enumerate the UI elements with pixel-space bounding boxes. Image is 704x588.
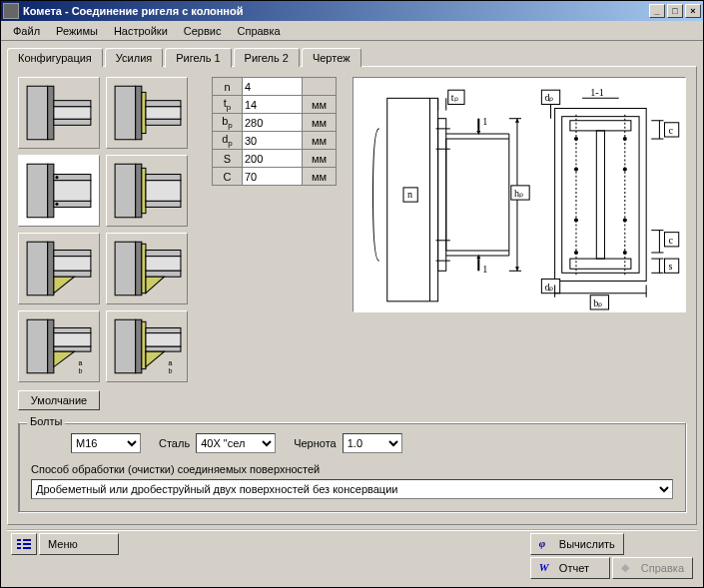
svg-rect-133 [23,547,31,549]
svg-rect-30 [115,242,136,294]
svg-rect-11 [27,164,48,217]
svg-rect-56 [438,119,446,272]
svg-rect-20 [142,168,146,213]
param-label-n: n [213,78,243,96]
svg-rect-21 [146,175,181,181]
tab-forces[interactable]: Усилия [105,48,163,67]
svg-rect-46 [136,319,142,372]
svg-rect-15 [54,181,91,202]
param-input-tp[interactable] [243,96,302,113]
w-icon: W [539,561,553,575]
svg-rect-9 [146,119,181,125]
titlebar: Комета - Соединение ригеля с колонной _ … [1,1,703,21]
tab-beam2[interactable]: Ригель 2 [234,48,300,67]
menu-service[interactable]: Сервис [176,23,230,39]
svg-text:dₚ: dₚ [544,282,553,293]
svg-rect-90 [570,121,631,131]
svg-marker-83 [515,267,519,271]
tab-panel-beam1: ab ab Умолчание n [7,66,697,525]
bolt-size-select[interactable]: M16 [71,433,141,453]
diamond-icon: ◆ [621,561,635,575]
svg-rect-128 [17,539,21,541]
svg-rect-18 [115,164,136,217]
svg-rect-6 [136,86,142,139]
param-input-n[interactable] [243,78,302,95]
svg-rect-19 [136,164,142,217]
svg-rect-22 [146,201,181,207]
bolt-black-select[interactable]: 1.0 [343,433,402,453]
svg-rect-92 [596,131,604,259]
svg-rect-40 [54,346,91,351]
bolts-groupbox: Болты M16 Сталь 40X "сел Чернота 1.0 Спо… [18,422,686,512]
minimize-button[interactable]: _ [649,4,665,18]
app-window: Комета - Соединение ригеля с колонной _ … [0,0,704,588]
svg-text:hₚ: hₚ [514,188,523,199]
toolbar-icon-button[interactable] [11,533,37,555]
svg-rect-3 [54,119,91,125]
connection-type-5[interactable] [18,233,100,304]
param-input-c[interactable] [243,168,302,185]
connection-diagram: n tₚ 1 1 [352,77,686,312]
svg-rect-5 [115,86,136,139]
client-area: Конфигурация Усилия Ригель 1 Ригель 2 Че… [1,41,703,587]
tab-beam1[interactable]: Ригель 1 [165,48,231,68]
connection-type-8[interactable]: ab [106,310,188,382]
param-input-dp[interactable] [243,132,302,149]
tab-drawing[interactable]: Чертеж [302,48,361,67]
param-input-s[interactable] [243,150,302,167]
svg-rect-32 [142,244,146,293]
default-button[interactable]: Умолчание [18,390,100,410]
menu-help[interactable]: Справка [229,23,288,39]
svg-rect-37 [27,319,48,372]
svg-rect-130 [17,547,21,549]
svg-rect-39 [54,327,91,332]
param-input-bp[interactable] [243,114,302,131]
surface-treatment-select[interactable]: Дробеметный или дробеструйный двух повер… [31,479,673,499]
close-button[interactable]: × [685,4,701,18]
tab-config[interactable]: Конфигурация [7,48,103,67]
report-button[interactable]: W Отчет [530,557,610,579]
connection-type-2[interactable] [106,77,188,149]
svg-rect-26 [54,250,91,256]
connection-type-3[interactable] [18,155,100,227]
app-icon [3,3,19,19]
svg-rect-49 [146,346,181,351]
help-button[interactable]: ◆ Справка [612,557,693,579]
connection-type-6[interactable] [106,233,188,304]
svg-marker-42 [54,351,75,366]
menu-settings[interactable]: Настройки [106,23,176,39]
surface-treatment-label: Способ обработки (очистки) соединяемых п… [31,463,673,475]
svg-rect-25 [48,242,54,294]
svg-rect-27 [54,271,91,277]
svg-rect-31 [136,242,142,294]
connection-type-grid: ab ab [18,77,198,382]
svg-rect-7 [142,92,146,133]
svg-rect-33 [146,250,181,256]
bolt-steel-select[interactable]: 40X "сел [196,433,276,453]
svg-text:1-1: 1-1 [590,87,604,98]
svg-marker-36 [146,277,165,293]
svg-text:b: b [169,366,173,375]
param-unit-s: мм [303,150,337,168]
svg-rect-48 [146,327,181,332]
param-label-s: S [213,150,243,168]
calculate-button[interactable]: φ Вычислить [530,533,624,555]
svg-rect-47 [142,321,146,368]
connection-type-4[interactable] [106,155,188,227]
menu-file[interactable]: Файл [5,23,48,39]
connection-type-7[interactable]: ab [18,310,100,382]
svg-rect-35 [146,257,181,271]
connection-type-1[interactable] [18,77,100,149]
menu-button[interactable]: Меню [39,533,119,555]
param-unit-n [303,78,337,96]
svg-text:bₚ: bₚ [593,297,602,308]
maximize-button[interactable]: □ [667,4,683,18]
svg-rect-24 [27,242,48,294]
svg-text:tₚ: tₚ [451,92,458,103]
menu-modes[interactable]: Режимы [48,23,106,39]
svg-rect-38 [48,319,54,372]
svg-rect-23 [146,181,181,202]
bolts-group-title: Болты [27,415,65,427]
svg-text:b: b [79,366,83,375]
svg-point-16 [55,176,58,179]
